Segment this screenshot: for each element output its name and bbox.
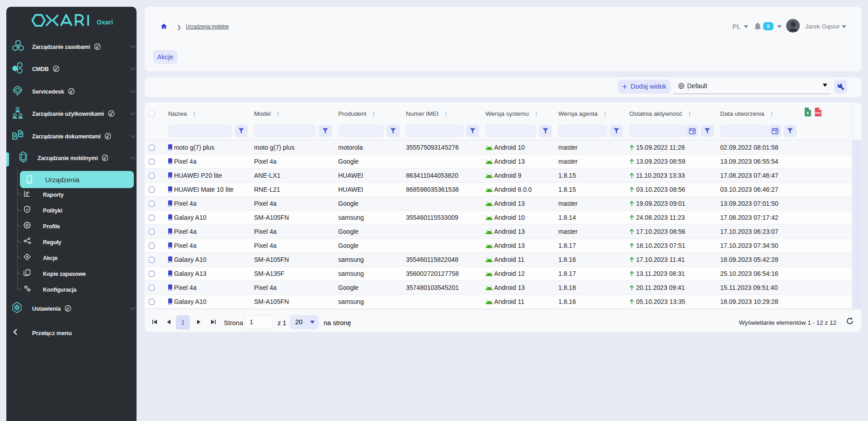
svg-text:PDF: PDF — [815, 111, 821, 114]
svg-text:x: x — [807, 110, 809, 115]
